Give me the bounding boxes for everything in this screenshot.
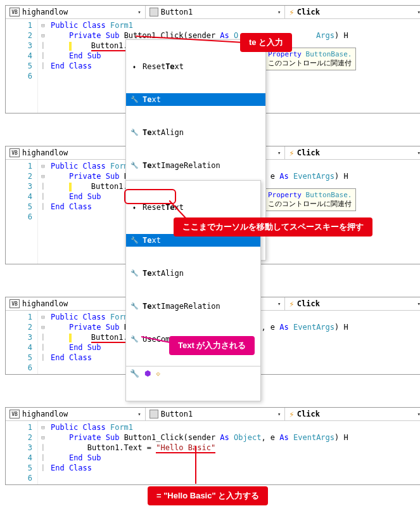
panel-4: VBhighandlow▾ Button1▾ ⚡Click▾ 123456 ⊟⊟… (5, 407, 420, 485)
line-gutter: 123456 (6, 160, 38, 264)
wrench-icon: 🔧 (130, 161, 139, 170)
nav-file-label: highandlow (22, 8, 68, 16)
bolt-icon: ⚡ (289, 7, 294, 17)
code-text[interactable]: Public Class Form1 Private Sub Button1_C… (48, 19, 420, 113)
wrench-icon: 🔧 (130, 368, 139, 379)
method-icon: ⬧ (130, 62, 139, 71)
chevron-down-icon: ▾ (417, 9, 420, 15)
chevron-down-icon: ▾ (277, 301, 281, 307)
vb-icon: VB (10, 8, 20, 16)
bolt-icon: ⚡ (289, 409, 294, 419)
nav-object[interactable]: Button1▾ (146, 6, 286, 18)
chevron-down-icon: ▾ (417, 301, 420, 307)
vb-icon: VB (10, 299, 20, 308)
panel-1: VBhighandlow▾ Button1▾ ⚡Click▾ 123456 ⊟⊟… (5, 5, 420, 114)
wrench-icon: 🔧 (130, 335, 139, 344)
wrench-icon: 🔧 (130, 269, 139, 278)
intelli-item[interactable]: 🔧TextImageRelation (126, 159, 265, 172)
button-icon (150, 8, 158, 16)
wrench-icon: 🔧 (130, 95, 139, 104)
chevron-down-icon: ▾ (417, 411, 420, 417)
fold-column[interactable]: ⊟⊟│││ (38, 311, 48, 374)
line-gutter: 123456 (6, 19, 38, 113)
chevron-down-icon: ▾ (137, 411, 141, 417)
vb-icon: VB (10, 148, 20, 157)
chevron-down-icon: ▾ (277, 411, 281, 417)
chevron-down-icon: ▾ (277, 9, 281, 15)
intelli-item[interactable]: 🔧TextAlign (126, 126, 265, 139)
nav-file[interactable]: VBhighandlow▾ (6, 408, 146, 420)
intelli-tooltip: Property ButtonBase.このコントロールに関連付 (264, 188, 356, 211)
nav-event[interactable]: ⚡Click▾ (285, 6, 420, 18)
callout-text-entered: Text が入力される (169, 336, 255, 355)
intelli-item-selected[interactable]: 🔧Text (126, 93, 265, 106)
nav-file[interactable]: VBhighandlow▾ (6, 146, 146, 159)
callout-hello-basic: = "Hello Basic" と入力する (148, 486, 268, 505)
bolt-icon: ⚡ (289, 299, 294, 309)
nav-file[interactable]: VBhighandlow▾ (6, 6, 146, 18)
code-text[interactable]: Public Class Form1 Private Sub Button1_C… (48, 421, 420, 484)
button-icon (150, 410, 158, 418)
nav-event[interactable]: ⚡Click▾ (285, 297, 420, 310)
intelli-item[interactable]: ⬧ResetText (126, 201, 260, 214)
bolt-icon: ⚡ (289, 148, 294, 158)
intelli-item[interactable]: 🔧TextAlign (126, 267, 260, 280)
fold-column[interactable]: ⊟⊟│││ (38, 19, 48, 113)
nav-event-label: Click (297, 8, 320, 16)
change-marker (69, 334, 72, 342)
wrench-icon: 🔧 (130, 302, 139, 311)
code-editor[interactable]: 123456 ⊟⊟│││ Public Class Form1 Private … (6, 19, 420, 113)
nav-bar: VBhighandlow▾ Button1▾ ⚡Click▾ (6, 408, 420, 421)
nav-event[interactable]: ⚡Click▾ (285, 146, 420, 159)
method-icon: ⬧ (130, 203, 139, 212)
vb-icon: VB (10, 410, 20, 418)
change-marker (69, 183, 72, 191)
tag-icon: ⟐ (156, 368, 160, 379)
callout-cursor-move: ここまでカーソルを移動してスペースキーを押す (174, 217, 372, 237)
change-marker (69, 42, 72, 51)
intelli-item[interactable]: ⬧ResetText (126, 60, 265, 73)
chevron-down-icon: ▾ (137, 9, 141, 15)
intelli-item[interactable]: 🔧TextImageRelation (126, 300, 260, 313)
nav-object[interactable]: Button1▾ (146, 408, 286, 420)
wrench-icon: 🔧 (130, 128, 139, 137)
nav-bar: VBhighandlow▾ Button1▾ ⚡Click▾ (6, 6, 420, 19)
nav-event[interactable]: ⚡Click▾ (285, 408, 420, 420)
intelli-tabs[interactable]: 🔧⬢⟐ (126, 366, 260, 380)
fold-column[interactable]: ⊟⊟│││ (38, 160, 48, 264)
chevron-down-icon: ▾ (417, 150, 420, 156)
line-gutter: 123456 (6, 311, 38, 374)
callout-te-input: te と入力 (240, 33, 292, 52)
code-editor[interactable]: 123456 ⊟⊟│││ Public Class Form1 Private … (6, 421, 420, 484)
wrench-icon: 🔧 (130, 236, 139, 245)
fold-column[interactable]: ⊟⊟│││ (38, 421, 48, 484)
line-gutter: 123456 (6, 421, 38, 484)
cube-icon: ⬢ (144, 368, 151, 379)
chevron-down-icon: ▾ (277, 150, 281, 156)
nav-file[interactable]: VBhighandlow▾ (6, 297, 146, 310)
intellisense-popup[interactable]: ⬧ResetText 🔧Text 🔧TextAlign 🔧TextImageRe… (125, 180, 261, 401)
nav-object-label: Button1 (161, 8, 193, 16)
